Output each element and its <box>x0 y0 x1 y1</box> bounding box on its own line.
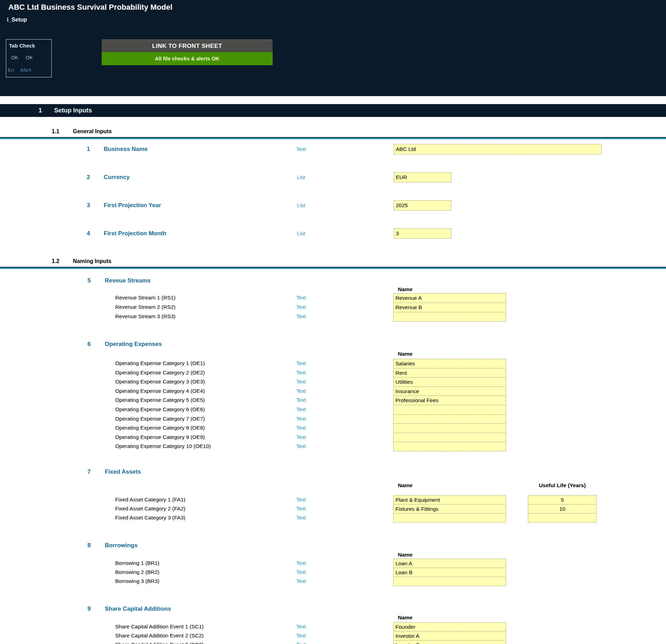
row-label: Fixed Asset Category 1 (FA1) <box>115 497 278 503</box>
text-input-cell[interactable]: Founder <box>393 622 506 632</box>
text-input-cell[interactable]: Rent <box>393 368 506 378</box>
row-label: Operating Expense Category 4 (OE4) <box>115 388 278 394</box>
tab-check-alert-status: OK <box>26 55 33 60</box>
group-heading: Reveue Streams <box>105 277 151 284</box>
text-input-cell[interactable]: Loan B <box>393 568 506 577</box>
text-input-cell[interactable]: Revenue B <box>393 303 506 312</box>
row-label: Operating Expense Category 8 (OE8) <box>115 425 278 431</box>
tab-check-err-label: Err <box>8 67 15 73</box>
group-number: 8 <box>87 542 91 549</box>
text-input-cell[interactable] <box>393 442 506 451</box>
input-type-label: Text <box>284 642 318 644</box>
row-label: Share Capital Addition Event 3 (SC3) <box>115 642 278 644</box>
text-input-cell[interactable]: Investor A <box>393 631 506 641</box>
link-to-front-sheet-button[interactable]: LINK TO FRONT SHEET <box>102 39 273 52</box>
column-header-name: Name <box>398 482 412 489</box>
input-type-label: Text <box>284 443 318 449</box>
tab-check-err-status: OK <box>11 55 18 60</box>
text-input-cell[interactable]: Plant & Equipment <box>393 495 506 505</box>
input-type-label: Text <box>284 560 318 566</box>
text-input-cell[interactable]: Professional Fees <box>393 396 506 405</box>
row-label: Operating Expense Category 6 (OE6) <box>115 406 278 413</box>
text-input-cell[interactable]: Insurance <box>393 387 506 396</box>
row-label: Operating Expense Category 5 (OE5) <box>115 397 278 403</box>
group-number: 5 <box>87 277 91 284</box>
text-input-cell[interactable]: ABC Ltd <box>394 144 602 154</box>
text-input-cell[interactable]: Revenue A <box>393 293 506 303</box>
section-header-band: 1 Setup Inputs <box>0 104 666 117</box>
row-label: Operating Expense Category 7 (OE7) <box>115 416 278 422</box>
text-input-cell[interactable]: Loan A <box>393 559 506 568</box>
subsection-heading-general: 1.1 General Inputs <box>0 128 666 137</box>
list-input-cell[interactable]: EUR <box>394 172 451 183</box>
subsection-title: Naming Inputs <box>73 258 111 264</box>
input-type-label: Text <box>284 434 318 440</box>
tab-check-alert-label: Alert <box>20 67 31 73</box>
row-label: Currency <box>104 172 130 183</box>
row-label: Fixed Asset Category 3 (FA3) <box>115 515 278 521</box>
row-label: Revenue Stream 3 (RS3) <box>115 313 278 320</box>
row-label: Share Capital Addition Event 2 (SC2) <box>115 633 278 639</box>
text-input-cell[interactable] <box>393 577 506 586</box>
row-label: Share Capital Addition Event 1 (SC1) <box>115 624 278 630</box>
text-input-cell[interactable]: Investor B <box>393 640 506 644</box>
input-type-label: Text <box>284 515 318 520</box>
subsection-title: General Inputs <box>73 128 112 135</box>
input-type-label: List <box>284 174 318 180</box>
input-type-label: Text <box>284 379 318 384</box>
useful-life-cell[interactable] <box>528 513 597 523</box>
group-number: 7 <box>87 468 91 475</box>
text-input-cell[interactable]: Utilities <box>393 377 506 387</box>
text-input-cell[interactable] <box>393 414 506 424</box>
text-input-cell[interactable] <box>393 405 506 415</box>
group-heading: Operating Expenses <box>105 341 162 348</box>
section-number: 1 <box>39 104 42 117</box>
row-number: 3 <box>87 200 90 211</box>
text-input-cell[interactable]: Salaries <box>393 359 506 368</box>
column-header-name: Name <box>398 286 412 293</box>
row-label: Fixed Asset Category 2 (FA2) <box>115 506 278 512</box>
input-type-label: Text <box>284 624 318 629</box>
input-type-label: Text <box>284 633 318 638</box>
input-type-label: Text <box>284 146 318 152</box>
page-title: ABC Ltd Business Survival Probability Mo… <box>8 3 172 12</box>
column-header-name: Name <box>398 552 412 558</box>
input-type-label: Text <box>284 578 318 584</box>
subsection-heading-naming: 1.2 Naming Inputs <box>0 258 666 266</box>
tab-check-panel: Tab Check OK OK Err Alert <box>6 39 52 77</box>
input-type-label: Text <box>284 406 318 412</box>
header-band: ABC Ltd Business Survival Probability Mo… <box>0 0 666 96</box>
list-input-cell[interactable]: 3 <box>394 228 451 239</box>
row-label: Borrowing 1 (BR1) <box>115 560 278 566</box>
group-heading: Share Capital Additions <box>105 605 171 612</box>
useful-life-cell[interactable]: 5 <box>528 495 597 505</box>
text-input-cell[interactable] <box>393 513 506 523</box>
subsection-rule <box>0 267 666 269</box>
row-label: Borrowing 2 (BR2) <box>115 569 278 575</box>
row-label: First Projection Year <box>104 200 161 211</box>
list-input-cell[interactable]: 2025 <box>394 200 451 211</box>
row-label: Revenue Stream 2 (RS2) <box>115 304 278 310</box>
row-label: Business Name <box>104 144 148 154</box>
row-number: 2 <box>87 172 90 183</box>
input-type-label: Text <box>284 569 318 575</box>
group-heading: Borrowings <box>105 542 137 549</box>
input-type-label: Text <box>284 416 318 422</box>
input-type-label: List <box>284 230 318 236</box>
row-label: Revenue Stream 1 (RS1) <box>115 295 278 301</box>
input-type-label: Text <box>284 295 318 300</box>
column-header-name: Name <box>398 615 412 621</box>
sheet-name: i_Setup <box>7 17 27 23</box>
input-type-label: Text <box>284 388 318 394</box>
text-input-cell[interactable]: Fixtures & Fittings <box>393 504 506 514</box>
tab-check-title: Tab Check <box>9 43 35 49</box>
section-title: Setup Inputs <box>54 104 92 117</box>
text-input-cell[interactable] <box>393 423 506 433</box>
input-type-label: Text <box>284 397 318 403</box>
text-input-cell[interactable] <box>393 312 506 322</box>
text-input-cell[interactable] <box>393 433 506 442</box>
useful-life-cell[interactable]: 10 <box>528 504 597 514</box>
subsection-number: 1.2 <box>52 258 59 264</box>
row-label: Operating Expense Category 3 (OE3) <box>115 379 278 385</box>
row-label: First Projection Month <box>104 228 166 239</box>
